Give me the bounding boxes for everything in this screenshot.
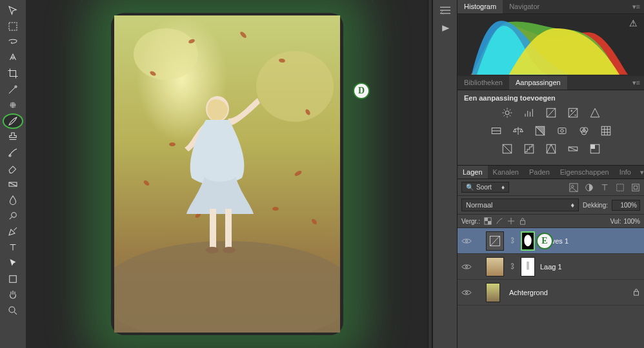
layer-mask-thumb[interactable] bbox=[521, 231, 535, 251]
exposure-icon[interactable] bbox=[567, 107, 579, 119]
svg-point-59 bbox=[465, 240, 467, 242]
filter-shape-icon[interactable] bbox=[616, 183, 625, 192]
gradient-map-icon[interactable] bbox=[567, 143, 579, 155]
pen-tool[interactable] bbox=[3, 224, 23, 240]
tab-kanalen[interactable]: Kanalen bbox=[488, 166, 524, 179]
layer-name[interactable]: Laag 1 bbox=[540, 263, 562, 271]
threshold-icon[interactable] bbox=[545, 143, 558, 155]
lock-all-icon[interactable] bbox=[519, 217, 527, 225]
channel-mixer-icon[interactable] bbox=[578, 125, 590, 137]
lock-pixels-icon[interactable] bbox=[496, 217, 503, 225]
levels-icon[interactable] bbox=[523, 107, 536, 119]
lock-icon bbox=[632, 288, 640, 297]
dodge-tool[interactable] bbox=[3, 208, 23, 224]
layer-row-achtergrond[interactable]: Achtergrond bbox=[458, 280, 644, 305]
history-brush-tool[interactable] bbox=[3, 145, 23, 161]
visibility-toggle[interactable] bbox=[461, 262, 472, 272]
document-canvas[interactable] bbox=[114, 15, 340, 333]
gradient-tool[interactable] bbox=[3, 177, 23, 193]
lasso-tool[interactable] bbox=[3, 34, 23, 50]
vibrance-icon[interactable] bbox=[589, 107, 601, 119]
brush-tool[interactable] bbox=[3, 113, 23, 130]
eraser-tool[interactable] bbox=[3, 160, 23, 177]
svg-rect-30 bbox=[114, 273, 340, 333]
eyedropper-tool[interactable] bbox=[3, 82, 23, 98]
tab-eigenschappen[interactable]: Eigenschappen bbox=[555, 166, 614, 179]
path-select-tool[interactable] bbox=[3, 255, 23, 271]
panel-separator[interactable] bbox=[428, 0, 432, 348]
svg-rect-7 bbox=[10, 276, 17, 283]
stamp-tool[interactable] bbox=[3, 129, 23, 145]
move-tool[interactable] bbox=[3, 3, 23, 19]
hue-icon[interactable] bbox=[490, 125, 503, 137]
zoom-tool[interactable] bbox=[3, 303, 23, 319]
layer-list: Curves 1 E Laag 1 Achtergrond bbox=[458, 228, 644, 348]
visibility-toggle[interactable] bbox=[461, 287, 472, 298]
invert-icon[interactable] bbox=[501, 143, 514, 155]
svg-point-6 bbox=[12, 213, 17, 218]
svg-rect-52 bbox=[617, 184, 624, 191]
fill-field[interactable]: 100% bbox=[623, 218, 640, 225]
visibility-toggle[interactable] bbox=[461, 236, 472, 246]
histogram-warning-icon[interactable]: ⚠ bbox=[629, 18, 638, 28]
layer-thumb[interactable] bbox=[486, 283, 500, 302]
bw-icon[interactable] bbox=[534, 125, 547, 137]
lock-transparency-icon[interactable] bbox=[484, 217, 492, 225]
toolbox bbox=[0, 0, 26, 348]
svg-rect-53 bbox=[632, 184, 639, 191]
balance-icon[interactable] bbox=[512, 125, 525, 137]
blur-tool[interactable] bbox=[3, 192, 23, 208]
layer-name[interactable]: Achtergrond bbox=[509, 289, 548, 296]
filter-adjust-icon[interactable] bbox=[585, 183, 594, 192]
adjustment-thumb[interactable] bbox=[486, 231, 504, 251]
tab-histogram[interactable]: Histogram bbox=[458, 0, 503, 14]
filter-type-icon[interactable] bbox=[600, 183, 609, 192]
crop-tool[interactable] bbox=[3, 66, 23, 82]
tab-info[interactable]: Info bbox=[614, 166, 636, 179]
histogram-display: ⚠ bbox=[458, 14, 644, 76]
expand-panel-icon[interactable] bbox=[439, 5, 452, 17]
quick-select-tool[interactable] bbox=[3, 50, 23, 66]
histogram-flyout-icon[interactable]: ▾≡ bbox=[629, 0, 644, 14]
lut-icon[interactable] bbox=[599, 125, 612, 137]
link-icon[interactable] bbox=[509, 236, 516, 246]
blend-mode-dropdown[interactable]: Normaal♦ bbox=[461, 198, 579, 211]
marquee-tool[interactable] bbox=[3, 19, 23, 35]
type-tool[interactable] bbox=[3, 240, 23, 256]
svg-rect-37 bbox=[558, 128, 566, 134]
layer-row-laag1[interactable]: Laag 1 bbox=[458, 254, 644, 280]
tab-bibliotheken[interactable]: Bibliotheken bbox=[458, 76, 509, 90]
adjustments-flyout-icon[interactable]: ▾≡ bbox=[629, 76, 644, 90]
layer-thumb[interactable] bbox=[486, 257, 504, 276]
play-action-icon[interactable] bbox=[439, 23, 452, 35]
shape-tool[interactable] bbox=[3, 271, 23, 287]
blend-mode-value: Normaal bbox=[466, 201, 493, 209]
layer-filter-dropdown[interactable]: 🔍Soort♦ bbox=[461, 182, 509, 193]
tab-navigator[interactable]: Navigator bbox=[503, 0, 546, 14]
posterize-icon[interactable] bbox=[523, 143, 536, 155]
svg-point-11 bbox=[134, 28, 198, 80]
tab-paden[interactable]: Paden bbox=[524, 166, 555, 179]
layers-flyout-icon[interactable]: ▾≡ bbox=[636, 166, 644, 179]
curves-icon[interactable] bbox=[545, 107, 558, 119]
canvas-area[interactable]: D bbox=[26, 0, 428, 348]
adjustments-tabs: Bibliotheken Aanpassingen ▾≡ bbox=[458, 76, 644, 90]
filter-pixel-icon[interactable] bbox=[569, 183, 578, 192]
link-icon[interactable] bbox=[509, 262, 516, 272]
layer-mask-thumb[interactable] bbox=[521, 257, 535, 276]
svg-point-28 bbox=[206, 247, 219, 253]
blend-row: Normaal♦ Dekking: 100% bbox=[458, 196, 644, 215]
hand-tool[interactable] bbox=[3, 287, 23, 303]
fill-label: Vul: bbox=[610, 218, 621, 225]
opacity-field[interactable]: 100% bbox=[612, 200, 640, 211]
lock-position-icon[interactable] bbox=[507, 217, 515, 225]
selective-color-icon[interactable] bbox=[589, 143, 601, 155]
filter-smart-icon[interactable] bbox=[631, 183, 640, 192]
svg-point-4 bbox=[9, 155, 11, 157]
brightness-icon[interactable] bbox=[501, 107, 514, 119]
tab-aanpassingen[interactable]: Aanpassingen bbox=[509, 76, 567, 90]
layer-row-curves[interactable]: Curves 1 E bbox=[458, 228, 644, 254]
photo-filter-icon[interactable] bbox=[556, 125, 569, 137]
healing-tool[interactable] bbox=[3, 97, 23, 113]
tab-lagen[interactable]: Lagen bbox=[458, 166, 488, 179]
